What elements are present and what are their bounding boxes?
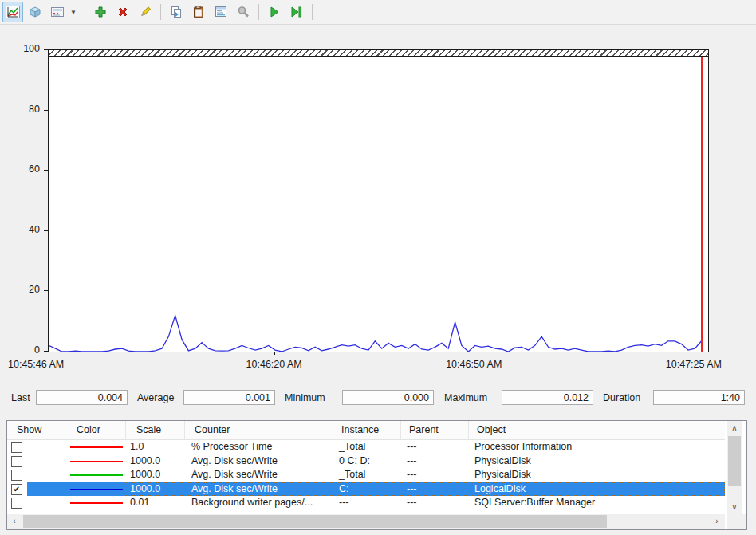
scale-cell: 0.01: [126, 496, 185, 510]
last-label: Last: [11, 392, 30, 403]
instance-cell: _Total: [333, 440, 401, 454]
scale-cell: 1000.0: [126, 454, 185, 469]
parent-cell: ---: [401, 482, 469, 497]
scroll-up-arrow[interactable]: ∧: [727, 421, 742, 435]
y-axis-tick-label: 80: [5, 104, 40, 115]
counter-cell: Avg. Disk sec/Write: [185, 468, 333, 482]
header-show[interactable]: Show: [7, 421, 65, 439]
counter-row[interactable]: ✔1000.0Avg. Disk sec/WriteC:---LogicalDi…: [7, 482, 725, 497]
duration-value: 1:40: [653, 390, 745, 405]
view-graph-button[interactable]: [2, 2, 23, 22]
counter-cell: Background writer pages/...: [185, 496, 333, 510]
show-cell: [7, 496, 27, 510]
counter-cell: Avg. Disk sec/Write: [185, 482, 333, 497]
show-checkbox[interactable]: [11, 470, 22, 481]
toolbar-separator: [312, 4, 313, 20]
average-label: Average: [137, 392, 174, 403]
counter-row[interactable]: 1000.0Avg. Disk sec/Write_Total---Physic…: [7, 468, 725, 482]
vertical-scrollbar[interactable]: ∧ ∨: [727, 421, 742, 514]
scale-cell: 1000.0: [126, 482, 185, 497]
scroll-right-arrow[interactable]: ›: [710, 514, 724, 529]
view-histogram-button[interactable]: [25, 2, 45, 22]
y-axis-tick: [44, 230, 48, 231]
object-cell: SQLServer:Buffer Manager: [469, 496, 725, 510]
counter-row[interactable]: 1.0% Processor Time_Total---Processor In…: [7, 440, 725, 454]
show-checkbox[interactable]: [11, 498, 22, 509]
counter-color-swatch: [70, 446, 123, 448]
x-axis-time-label: 10:46:50 AM: [446, 359, 502, 370]
show-cell: [7, 440, 27, 454]
scroll-left-arrow[interactable]: ‹: [7, 514, 22, 529]
show-checkbox[interactable]: [11, 456, 22, 467]
toolbar: ▼: [0, 0, 756, 25]
header-counter[interactable]: Counter: [185, 421, 333, 439]
instance-cell: C:: [333, 482, 401, 497]
pencil-icon: [139, 6, 152, 18]
object-cell: PhysicalDisk: [469, 454, 725, 469]
highlight-button[interactable]: [135, 2, 156, 22]
show-checkbox[interactable]: [11, 442, 22, 453]
play-to-end-icon: [290, 6, 303, 18]
series-line: [49, 316, 702, 352]
header-scale[interactable]: Scale: [126, 421, 185, 439]
horizontal-scrollbar[interactable]: ‹ ›: [7, 514, 725, 529]
update-data-button[interactable]: [286, 2, 307, 22]
color-cell: [27, 440, 126, 454]
delete-counter-button[interactable]: [112, 2, 133, 22]
toolbar-separator: [85, 4, 85, 20]
y-axis-tick-label: 20: [5, 284, 40, 295]
header-instance[interactable]: Instance: [333, 421, 401, 439]
properties-dialog-icon: [215, 6, 227, 18]
toolbar-separator: [258, 4, 259, 20]
counter-cell: % Processor Time: [185, 440, 333, 454]
y-axis-tick: [44, 290, 48, 291]
zoom-button[interactable]: [233, 2, 254, 22]
x-axis-tick: [474, 352, 474, 355]
object-cell: LogicalDisk: [469, 482, 725, 497]
clipboard-icon: [192, 6, 205, 18]
line-chart-icon: [6, 6, 20, 18]
change-graph-type-dropdown[interactable]: ▼: [69, 9, 78, 16]
horizontal-scroll-thumb[interactable]: [23, 515, 607, 528]
y-axis-tick-label: 0: [5, 344, 40, 356]
maximum-label: Maximum: [444, 392, 487, 403]
y-axis-tick-label: 40: [5, 224, 40, 235]
counter-color-swatch: [70, 461, 123, 462]
counter-row[interactable]: 0.01Background writer pages/...------SQL…: [7, 496, 725, 510]
header-parent[interactable]: Parent: [401, 421, 469, 439]
color-cell: [27, 482, 126, 497]
y-axis-tick: [44, 351, 48, 352]
cube-icon: [28, 6, 42, 18]
counter-cell: Avg. Disk sec/Write: [185, 454, 333, 469]
header-color[interactable]: Color: [65, 421, 126, 439]
report-icon: [50, 6, 65, 18]
chart-plot-area: [48, 49, 709, 352]
counter-table: Show Color Scale Counter Instance Parent…: [6, 420, 747, 530]
freeze-display-button[interactable]: [264, 2, 285, 22]
show-checkbox[interactable]: ✔: [11, 484, 22, 495]
vertical-scroll-thumb[interactable]: [728, 436, 741, 486]
view-report-button[interactable]: [47, 2, 68, 22]
object-cell: PhysicalDisk: [469, 468, 725, 482]
counter-color-swatch: [70, 474, 123, 476]
parent-cell: ---: [401, 440, 469, 454]
current-time-marker: [701, 57, 703, 352]
instance-cell: ---: [333, 496, 401, 510]
counter-color-swatch: [70, 502, 123, 504]
parent-cell: ---: [401, 454, 469, 469]
properties-button[interactable]: [211, 2, 231, 22]
chart-series-svg: [49, 50, 708, 352]
scroll-down-arrow[interactable]: ∨: [727, 500, 742, 513]
counter-row[interactable]: 1000.0Avg. Disk sec/Write0 C: D:---Physi…: [7, 454, 725, 469]
paste-counter-list-button[interactable]: [188, 2, 209, 22]
header-object[interactable]: Object: [469, 421, 725, 439]
color-cell: [27, 454, 126, 469]
show-cell: [7, 468, 27, 482]
object-cell: Processor Information: [469, 440, 725, 454]
counter-color-swatch: [70, 489, 123, 490]
add-counter-button[interactable]: [90, 2, 111, 22]
copy-icon: [170, 6, 183, 18]
copy-properties-button[interactable]: [166, 2, 187, 22]
x-axis-time-label: 10:46:20 AM: [246, 359, 302, 370]
counter-table-header: Show Color Scale Counter Instance Parent…: [7, 421, 725, 440]
